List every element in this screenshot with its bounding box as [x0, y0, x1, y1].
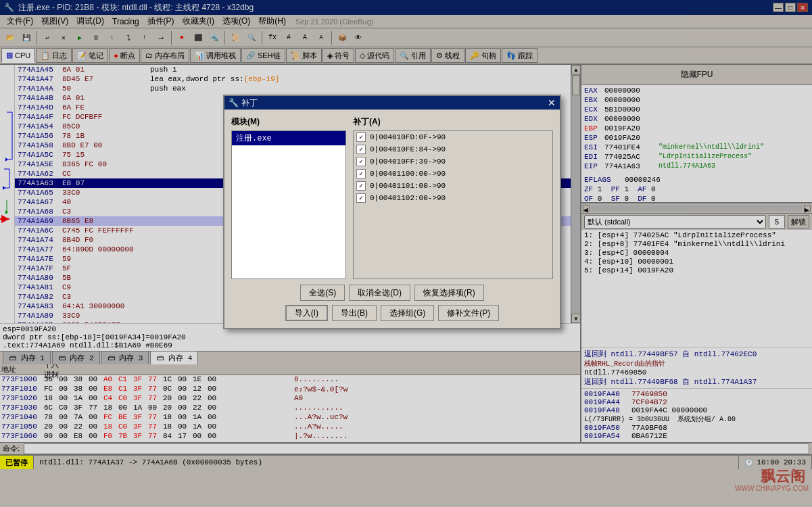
deselect-all-button[interactable]: 取消全选(D) [349, 285, 410, 301]
patch-icon: 🔧 [229, 98, 239, 107]
patch-row-5: 0|00401102:00->90 [354, 192, 552, 204]
patch-check-2[interactable] [356, 157, 366, 166]
patches-column: 补丁(A) 0|004010FD:0F->90 0|004010FE:84->9… [353, 116, 553, 279]
patch-row-3: 0|00401100:00->90 [354, 168, 552, 180]
dialog-buttons-row2: 导入(I) 导出(B) 选择组(G) 修补文件(P) [231, 305, 553, 321]
dialog-close-button[interactable]: ✕ [548, 97, 556, 108]
patch-check-5[interactable] [356, 193, 366, 203]
patch-check-1[interactable] [356, 145, 366, 154]
dialog-title-bar: 🔧 补丁 ✕ [224, 96, 560, 110]
patch-check-3[interactable] [356, 169, 366, 178]
patch-text-0: 0|004010FD:0F->90 [370, 133, 446, 141]
patch-text-5: 0|00401102:00->90 [370, 194, 446, 202]
patch-row-1: 0|004010FE:84->90 [354, 143, 552, 155]
patch-dialog: 🔧 补丁 ✕ 模块(M) 注册.exe 补丁(A) [223, 95, 561, 329]
dialog-overlay: 🔧 补丁 ✕ 模块(M) 注册.exe 补丁(A) [0, 0, 812, 507]
patch-text-1: 0|004010FE:84->90 [370, 145, 446, 153]
dialog-columns: 模块(M) 注册.exe 补丁(A) 0|004010FD:0F->90 [231, 116, 553, 279]
patch-check-4[interactable] [356, 181, 366, 191]
patches-list: 0|004010FD:0F->90 0|004010FE:84->90 0|00… [353, 130, 553, 279]
module-label: 模块(M) [231, 116, 346, 128]
patch-check-0[interactable] [356, 132, 366, 142]
restore-selected-button[interactable]: 恢复选择项(R) [414, 285, 484, 301]
import-button[interactable]: 导入(I) [285, 305, 328, 321]
patch-label: 补丁(A) [353, 116, 553, 128]
patch-row-4: 0|00401101:00->90 [354, 180, 552, 192]
patch-row-0: 0|004010FD:0F->90 [354, 131, 552, 143]
patch-row-2: 0|004010FF:39->90 [354, 155, 552, 168]
module-list[interactable]: 注册.exe [231, 130, 346, 279]
module-list-item[interactable]: 注册.exe [232, 131, 345, 145]
dialog-title-text: 🔧 补丁 [229, 97, 258, 109]
export-button[interactable]: 导出(B) [332, 305, 377, 321]
select-group-button[interactable]: 选择组(G) [381, 305, 434, 321]
patch-text-4: 0|00401101:00->90 [370, 182, 446, 190]
select-all-button[interactable]: 全选(S) [300, 285, 345, 301]
patch-file-button[interactable]: 修补文件(P) [438, 305, 499, 321]
patch-text-2: 0|004010FF:39->90 [370, 158, 446, 166]
dialog-body: 模块(M) 注册.exe 补丁(A) 0|004010FD:0F->90 [224, 110, 560, 328]
dialog-buttons-row1: 全选(S) 取消全选(D) 恢复选择项(R) [231, 285, 553, 301]
patch-text-3: 0|00401100:00->90 [370, 170, 446, 178]
module-column: 模块(M) 注册.exe [231, 116, 346, 279]
